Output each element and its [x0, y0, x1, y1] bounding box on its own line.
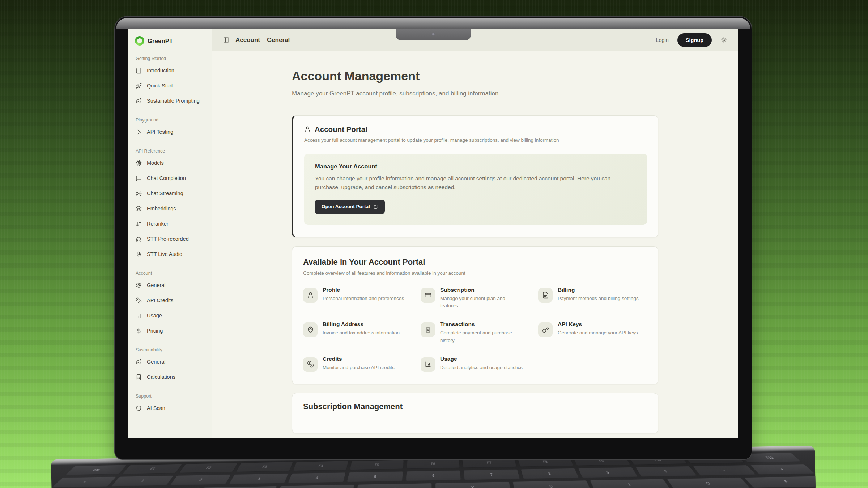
section-label: Support: [136, 394, 206, 399]
section-label: Sustainability: [136, 347, 206, 352]
keyboard-key: F4: [293, 461, 349, 471]
main-content: Account Management Manage your GreenPT a…: [212, 51, 738, 438]
keyboard-key: 4: [288, 472, 346, 483]
webcam-icon: [432, 33, 435, 36]
coins-icon: [136, 297, 142, 304]
sidebar-item-introduction[interactable]: Introduction: [133, 63, 208, 78]
gear-icon: [136, 282, 142, 288]
sidebar-toggle-button[interactable]: [223, 37, 230, 43]
sidebar-item-api-testing[interactable]: API Testing: [133, 124, 208, 140]
feature-profile: Profile Personal information and prefere…: [303, 287, 412, 310]
feature-title: Credits: [323, 356, 395, 362]
keyboard-key: 8: [520, 468, 579, 479]
button-label: Open Account Portal: [322, 204, 370, 209]
sidebar-item-ai-scan[interactable]: AI Scan: [133, 401, 208, 416]
sidebar-item-quick-start[interactable]: Quick Start: [133, 78, 208, 93]
keyboard-key: 3: [229, 473, 289, 484]
sidebar-item-label: Calculations: [147, 374, 175, 380]
card-title: Subscription Management: [303, 402, 647, 411]
feature-description: Invoice and tax address information: [323, 329, 400, 337]
section-label: Account: [136, 271, 206, 276]
sidebar-item-api-credits[interactable]: API Credits: [133, 293, 208, 308]
feature-description: Manage your current plan and features: [440, 295, 523, 310]
user-icon: [304, 126, 311, 133]
sidebar-item-account-general[interactable]: General: [133, 278, 208, 293]
section-label: Getting Started: [136, 56, 206, 61]
keyboard-key: F2: [179, 463, 238, 473]
sidebar-item-chat-streaming[interactable]: Chat Streaming: [133, 186, 208, 201]
sidebar-item-reranker[interactable]: Reranker: [133, 216, 208, 231]
bar-chart-icon: [136, 313, 142, 319]
sidebar-section-account: Account General API Credits Usage Pricin…: [133, 271, 208, 338]
map-pin-icon: [307, 326, 314, 333]
keyboard-key: R: [276, 484, 354, 488]
keyboard-key: 0: [635, 466, 697, 477]
sidebar: GreenPT Getting Started Introduction Qui…: [128, 29, 212, 438]
sidebar-item-label: STT Live Audio: [147, 251, 182, 257]
sidebar-item-calculations[interactable]: Calculations: [133, 369, 208, 385]
calculator-icon: [136, 374, 142, 380]
leaf-icon: [136, 359, 142, 365]
chart-column-icon: [425, 361, 431, 368]
feature-billing: Billing Payment methods and billing sett…: [538, 287, 647, 310]
keyboard-key: 2: [170, 474, 231, 485]
workspace: Account – General Login Signup Account M…: [212, 29, 738, 438]
coins-icon: [307, 361, 314, 368]
brand-name: GreenPT: [148, 38, 173, 44]
sidebar-item-usage[interactable]: Usage: [133, 308, 208, 323]
sidebar-item-label: Chat Completion: [147, 175, 186, 181]
sidebar-item-sustainability-general[interactable]: General: [133, 354, 208, 369]
sidebar-item-label: General: [147, 282, 166, 288]
sidebar-section-support: Support AI Scan: [133, 394, 208, 416]
keyboard-key: F1: [122, 464, 183, 474]
app-window: GreenPT Getting Started Introduction Qui…: [128, 29, 738, 438]
sidebar-item-pricing[interactable]: Pricing: [133, 323, 208, 338]
theme-toggle-button[interactable]: [720, 37, 727, 43]
login-button[interactable]: Login: [656, 37, 668, 43]
open-account-portal-button[interactable]: Open Account Portal: [315, 200, 385, 214]
keyboard-key: esc: [65, 465, 127, 475]
sidebar-item-label: STT Pre-recorded: [147, 236, 189, 242]
sidebar-item-label: Reranker: [147, 221, 169, 227]
manage-account-title: Manage Your Account: [315, 163, 636, 170]
card-title: Available in Your Account Portal: [303, 257, 647, 267]
credit-card-icon: [425, 292, 431, 299]
page-subtitle: Manage your GreenPT account profile, sub…: [292, 90, 658, 97]
microphone-icon: [136, 251, 142, 257]
sidebar-item-stt-live-audio[interactable]: STT Live Audio: [133, 247, 208, 262]
external-link-icon: [374, 204, 378, 209]
sidebar-item-label: General: [147, 359, 166, 365]
sidebar-item-label: Introduction: [147, 68, 174, 73]
topbar: Account – General Login Signup: [212, 29, 738, 51]
sidebar-item-sustainable-prompting[interactable]: Sustainable Prompting: [133, 93, 208, 108]
sidebar-item-label: API Testing: [147, 129, 173, 135]
dollar-icon: [136, 328, 142, 334]
feature-title: Billing: [558, 287, 639, 293]
signup-button[interactable]: Signup: [677, 33, 712, 47]
subscription-management-card: Subscription Management: [292, 393, 658, 433]
headphones-icon: [136, 236, 142, 242]
feature-description: Detailed analytics and usage statistics: [440, 364, 523, 371]
sidebar-item-chat-completion[interactable]: Chat Completion: [133, 171, 208, 186]
broadcast-icon: [136, 191, 142, 197]
sidebar-item-models[interactable]: Models: [133, 155, 208, 171]
keyboard-key: ~: [52, 476, 117, 488]
keyboard-key: 6: [405, 470, 461, 481]
keyboard-key: O: [667, 477, 750, 488]
breadcrumb-title: Account – General: [235, 37, 290, 44]
panel-left-icon: [223, 37, 230, 43]
brand[interactable]: GreenPT: [133, 35, 208, 47]
keyboard-key: T: [356, 483, 432, 488]
sidebar-item-stt-prerecorded[interactable]: STT Pre-recorded: [133, 231, 208, 247]
sidebar-item-label: AI Scan: [147, 405, 165, 411]
sidebar-item-embeddings[interactable]: Embeddings: [133, 201, 208, 216]
feature-credits: Credits Monitor and purchase API credits: [303, 356, 412, 372]
sidebar-item-label: Usage: [147, 313, 162, 318]
feature-title: Transactions: [440, 321, 523, 328]
camera-notch: [396, 29, 471, 40]
feature-title: Usage: [440, 356, 523, 362]
screen-bezel: [116, 18, 750, 29]
portal-features-card: Available in Your Account Portal Complet…: [292, 246, 658, 384]
feature-description: Payment methods and billing settings: [558, 295, 639, 302]
card-title: Account Portal: [315, 125, 367, 134]
